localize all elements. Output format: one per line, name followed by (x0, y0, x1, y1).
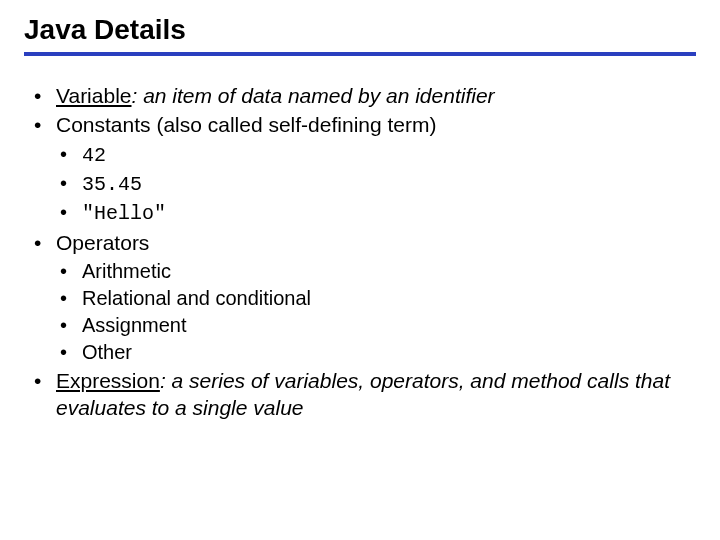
constant-value: "Hello" (82, 202, 166, 225)
constant-item: 35.45 (56, 170, 696, 198)
bullet-constants: Constants (also called self-defining ter… (28, 111, 696, 226)
bullet-variable: Variable: an item of data named by an id… (28, 82, 696, 109)
operator-item: Other (56, 339, 696, 365)
constant-value: 42 (82, 144, 106, 167)
bullet-expression: Expression: a series of variables, opera… (28, 367, 696, 422)
operator-value: Other (82, 341, 132, 363)
slide: Java Details Variable: an item of data n… (0, 0, 720, 540)
operator-value: Arithmetic (82, 260, 171, 282)
slide-title: Java Details (24, 14, 696, 56)
constant-item: 42 (56, 141, 696, 169)
operator-value: Relational and conditional (82, 287, 311, 309)
constant-item: "Hello" (56, 199, 696, 227)
operator-item: Assignment (56, 312, 696, 338)
expression-term: Expression (56, 369, 160, 392)
constants-sublist: 42 35.45 "Hello" (56, 141, 696, 227)
constants-text: Constants (also called self-defining ter… (56, 113, 437, 136)
constant-value: 35.45 (82, 173, 142, 196)
variable-definition: : an item of data named by an identifier (132, 84, 495, 107)
bullet-list: Variable: an item of data named by an id… (24, 82, 696, 421)
operators-sublist: Arithmetic Relational and conditional As… (56, 258, 696, 365)
operator-item: Relational and conditional (56, 285, 696, 311)
operator-value: Assignment (82, 314, 187, 336)
operator-item: Arithmetic (56, 258, 696, 284)
variable-term: Variable (56, 84, 132, 107)
bullet-operators: Operators Arithmetic Relational and cond… (28, 229, 696, 365)
operators-text: Operators (56, 231, 149, 254)
